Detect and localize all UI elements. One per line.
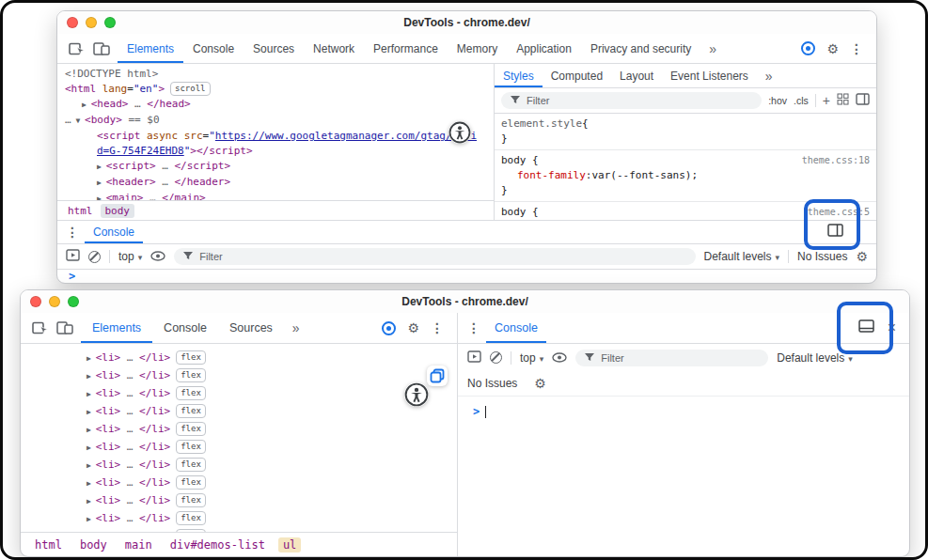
- breadcrumb-item[interactable]: ul: [278, 537, 301, 552]
- expander-icon[interactable]: ▶: [87, 479, 96, 488]
- device-toolbar-icon[interactable]: [53, 317, 77, 339]
- node-badge[interactable]: flex: [176, 511, 206, 525]
- inspect-element-icon[interactable]: [28, 317, 53, 339]
- panel-tab[interactable]: Console: [183, 34, 244, 63]
- more-panels-icon[interactable]: »: [700, 41, 725, 56]
- expander-icon[interactable]: ▶: [87, 443, 96, 452]
- node-badge[interactable]: flex: [176, 350, 206, 365]
- node-badge[interactable]: flex: [176, 493, 206, 507]
- breadcrumb-item[interactable]: html: [63, 204, 98, 218]
- expander-icon[interactable]: ▶: [87, 461, 96, 470]
- breadcrumb-item[interactable]: div#demos-list: [165, 537, 270, 552]
- settings-gear-icon[interactable]: ⚙: [826, 42, 839, 55]
- dom-node-line[interactable]: ▶ <li> … </li>flex: [87, 439, 457, 457]
- more-sidebar-tabs-icon[interactable]: »: [757, 69, 781, 84]
- dom-node-line[interactable]: ▶ <script> … </script>: [65, 159, 494, 175]
- dom-node-line[interactable]: ▶ <main> … </main>: [65, 191, 494, 200]
- log-levels-dropdown[interactable]: Default levels: [777, 351, 853, 365]
- expander-icon[interactable]: ▼: [71, 117, 85, 125]
- node-badge[interactable]: flex: [176, 440, 206, 454]
- panel-tab[interactable]: Console: [152, 313, 218, 343]
- dom-node-line[interactable]: ▶ <li> … </li>flex: [87, 403, 457, 421]
- panel-tab[interactable]: Sources: [218, 313, 284, 343]
- dom-node-line[interactable]: ▶ <li> … </li>flex: [87, 421, 457, 439]
- dom-node-line[interactable]: ▶ <li> … </li>flex: [87, 510, 457, 528]
- eye-icon[interactable]: [150, 248, 165, 265]
- expander-icon[interactable]: ▶: [82, 101, 91, 109]
- inspect-element-icon[interactable]: [65, 38, 89, 60]
- dom-node-line[interactable]: <html lang="en">scroll: [65, 82, 494, 97]
- dock-side-icon[interactable]: [827, 224, 843, 241]
- close-drawer-icon[interactable]: ×: [888, 320, 896, 335]
- clear-console-icon[interactable]: [88, 251, 101, 263]
- grid-icon[interactable]: [837, 92, 849, 109]
- sidebar-tab[interactable]: Event Listeners: [662, 64, 757, 87]
- console-filter-input[interactable]: Filter: [575, 350, 768, 366]
- code-token[interactable]: https://www.googletagmanager.com/gtag/js…: [215, 130, 477, 142]
- dom-node-line[interactable]: ▶ <header> … </header>: [65, 175, 494, 191]
- kebab-menu-icon[interactable]: ⋮: [431, 321, 444, 334]
- css-rule-body-2[interactable]: body { theme.css:5: [501, 205, 870, 220]
- console-prompt[interactable]: >: [57, 270, 876, 283]
- css-rule-body-1[interactable]: body { theme.css:18: [501, 153, 870, 168]
- panel-tab[interactable]: Privacy and security: [581, 34, 700, 63]
- expander-icon[interactable]: ▶: [97, 163, 106, 171]
- accessibility-icon[interactable]: [404, 382, 429, 407]
- drawer-menu-icon[interactable]: ⋮: [66, 226, 79, 239]
- expander-icon[interactable]: ▶: [87, 372, 96, 381]
- console-sidebar-icon[interactable]: [467, 350, 481, 366]
- dom-node-line[interactable]: ▶ <li> … </li>flex: [87, 350, 457, 367]
- panel-tab[interactable]: Application: [507, 34, 581, 63]
- sidebar-tab[interactable]: Layout: [611, 64, 662, 87]
- breadcrumb-item[interactable]: html: [30, 537, 67, 552]
- node-badge[interactable]: scroll: [170, 82, 211, 96]
- layers-icon[interactable]: [427, 366, 448, 386]
- device-toolbar-icon[interactable]: [89, 38, 114, 60]
- issues-counter[interactable]: No Issues: [467, 377, 517, 390]
- breadcrumb-item[interactable]: body: [101, 204, 135, 218]
- expander-icon[interactable]: ▶: [97, 179, 106, 187]
- expander-icon[interactable]: ▶: [87, 497, 96, 506]
- record-icon[interactable]: [382, 321, 396, 335]
- console-settings-icon[interactable]: ⚙: [534, 377, 546, 390]
- dom-node-line[interactable]: <!DOCTYPE html>: [65, 67, 494, 82]
- element-classes-button[interactable]: .cls: [794, 95, 809, 106]
- dom-node-line[interactable]: ▶ <li> … </li>flex: [87, 367, 457, 385]
- panel-tab[interactable]: Elements: [81, 313, 152, 343]
- settings-gear-icon[interactable]: ⚙: [407, 321, 419, 334]
- more-panels-icon[interactable]: »: [284, 320, 308, 335]
- log-levels-dropdown[interactable]: Default levels: [704, 250, 780, 263]
- sidebar-tab[interactable]: Styles: [495, 64, 543, 87]
- dom-node-line[interactable]: ▶ <li> … </li>flex: [87, 474, 457, 492]
- accessibility-icon[interactable]: [448, 121, 471, 144]
- node-badge[interactable]: flex: [176, 368, 206, 382]
- drawer-tab-console[interactable]: Console: [486, 313, 546, 343]
- node-badge[interactable]: flex: [176, 386, 206, 400]
- panel-tab[interactable]: Network: [304, 34, 364, 63]
- expander-icon[interactable]: ▶: [87, 354, 96, 363]
- eye-icon[interactable]: [552, 350, 567, 366]
- toggle-element-state-button[interactable]: :hov: [768, 95, 787, 106]
- expander-icon[interactable]: ▶: [87, 408, 96, 416]
- styles-filter-input[interactable]: Filter: [501, 92, 762, 109]
- context-selector-dropdown[interactable]: top: [520, 351, 543, 365]
- dom-node-line[interactable]: ▶ <li> … </li>flex: [87, 457, 457, 474]
- css-file-link[interactable]: theme.css:18: [802, 153, 870, 168]
- node-badge[interactable]: flex: [176, 458, 206, 472]
- dom-node-line[interactable]: ▶ <head> … </head>: [65, 97, 494, 113]
- node-badge[interactable]: flex: [176, 422, 206, 436]
- clear-console-icon[interactable]: [490, 351, 502, 364]
- dom-node-line[interactable]: ▶ <li> … </li>flex: [87, 385, 457, 403]
- panel-tab[interactable]: Performance: [364, 34, 448, 63]
- kebab-menu-icon[interactable]: ⋮: [850, 42, 863, 55]
- expander-icon[interactable]: ▶: [87, 426, 96, 434]
- new-style-rule-icon[interactable]: +: [823, 93, 830, 108]
- sidebar-tab[interactable]: Computed: [543, 64, 611, 87]
- css-file-link[interactable]: theme.css:5: [808, 205, 870, 220]
- dom-node-line[interactable]: <script async src="https://www.googletag…: [65, 129, 494, 144]
- console-filter-input[interactable]: Filter: [174, 248, 695, 265]
- panel-tab[interactable]: Elements: [118, 34, 183, 63]
- node-badge[interactable]: flex: [176, 404, 206, 418]
- dom-node-line[interactable]: ▶ <li> … </li>flex: [87, 492, 457, 510]
- css-declaration[interactable]: font-family: var(--font-sans);: [501, 168, 870, 183]
